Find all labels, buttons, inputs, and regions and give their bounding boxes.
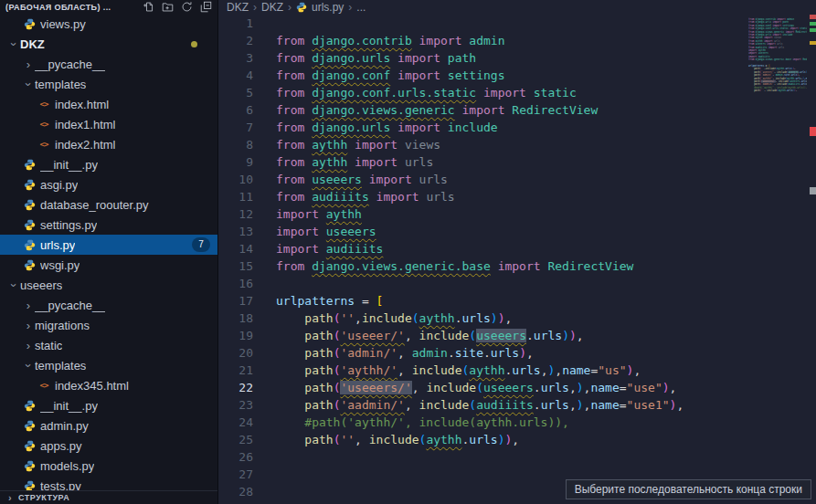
tree-folder-templates[interactable]: ›templates [0,74,217,94]
file-tree: views.py›DKZ›__pycache__›templates<>inde… [0,14,217,504]
minimap[interactable]: from django.contrib import adminfrom dja… [748,15,807,104]
line-number: 18 [218,310,253,327]
code-line-19[interactable]: 19 path('useeer/', include(useeers.urls)… [218,327,816,344]
code-line-4[interactable]: 4from django.conf import settings [218,67,816,84]
minimap-line: from django.views.generic.base import Re… [748,58,807,61]
code-line-25[interactable]: 25 path('', include(aythh.urls)), [218,431,816,448]
line-number: 4 [218,67,253,84]
tree-folder-__pycache__[interactable]: ›__pycache__ [0,54,217,74]
code-line-3[interactable]: 3from django.urls import path [218,49,816,67]
code-line-10[interactable]: 10from useeers import urls [218,171,816,188]
code-line-18[interactable]: 18 path('',include(aythh.urls)), [218,310,816,327]
code-line-17[interactable]: 17urlpatterns = [ [218,292,816,310]
tree-file-models.py[interactable]: models.py [0,456,217,476]
code-line-13[interactable]: 13import useeers [218,223,816,240]
py-file-icon [22,198,37,211]
item-label: __pycache__ [35,58,105,71]
tree-folder-DKZ[interactable]: ›DKZ [0,34,217,54]
code-line-22[interactable]: 22 path('useeers/', include(useeers.urls… [218,379,816,396]
tree-file-database_roouter.py[interactable]: database_roouter.py [0,194,217,215]
code-line-8[interactable]: 8from aythh import views [218,136,816,153]
line-content: from django.urls import include [253,119,498,136]
breadcrumb-item[interactable]: DKZ [227,1,249,14]
tree-file-__init__.py[interactable]: __init__.py [0,154,217,174]
outline-section-header[interactable]: › СТРУКТУРА [0,490,217,504]
tree-file-settings.py[interactable]: settings.py [0,215,217,235]
item-label: templates [35,359,86,373]
tree-file-urls.py[interactable]: urls.py7 [0,235,217,255]
code-line-16[interactable]: 16 [218,275,816,292]
collapse-all-icon[interactable] [197,0,214,14]
tree-folder-migrations[interactable]: ›migrations [0,315,217,335]
py-file-icon [22,399,37,412]
code-area[interactable]: 12from django.contrib import admin3from … [218,15,816,504]
tree-file-__init__.py[interactable]: __init__.py [0,395,217,415]
overview-ruler [810,0,816,504]
tree-folder-static[interactable]: ›static [0,335,217,355]
tooltip-text: Выберите последовательность конца строки [575,483,802,496]
breadcrumb: DKZ›DKZ›urls.py›... [218,0,816,15]
code-line-5[interactable]: 5from django.conf.urls.static import sta… [218,84,816,101]
tree-file-index.html[interactable]: <>index.html [0,94,217,114]
breadcrumb-item[interactable]: DKZ [261,1,283,14]
code-line-12[interactable]: 12import aythh [218,205,816,223]
code-line-14[interactable]: 14import audiiits [218,240,816,257]
tree-file-asgi.py[interactable]: asgi.py [0,174,217,194]
code-line-21[interactable]: 21 path('aythh/', include(aythh.urls,),n… [218,362,816,379]
chevron-down-icon: › [7,278,21,291]
code-line-2[interactable]: 2from django.contrib import admin [218,32,816,49]
breadcrumb-item[interactable]: urls.py [312,1,344,14]
tree-folder-__pycache__[interactable]: ›__pycache__ [0,295,217,315]
line-content: import aythh [253,205,362,223]
tree-folder-templates[interactable]: ›templates [0,355,217,375]
tree-folder-useeers[interactable]: ›useeers [0,275,217,295]
line-content: from aythh import urls [253,153,433,171]
code-line-11[interactable]: 11from audiiits import urls [218,188,816,205]
breadcrumb-item[interactable]: ... [356,1,366,14]
line-content: path('', include(aythh.urls)), [253,431,519,448]
code-line-6[interactable]: 6from django.views.generic import Redire… [218,101,816,119]
code-line-9[interactable]: 9from aythh import urls [218,153,816,171]
item-label: templates [35,78,86,91]
tree-file-wsgi.py[interactable]: wsgi.py [0,255,217,275]
new-file-icon[interactable] [140,0,156,14]
item-label: database_roouter.py [40,198,149,212]
line-content [253,15,276,32]
tree-file-index2.html[interactable]: <>index2.html [0,134,217,154]
line-number: 9 [218,153,253,171]
minimap-content: from django.contrib import adminfrom dja… [748,15,807,101]
line-content [253,483,276,500]
code-line-24[interactable]: 24 #path('aythh/', include(aythh.urls)), [218,414,816,431]
code-line-20[interactable]: 20 path('admin/', admin.site.urls), [218,344,816,362]
new-folder-icon[interactable] [159,0,175,14]
chevron-down-icon: › [7,37,21,50]
ruler-mark [810,127,816,136]
line-number: 10 [218,171,253,188]
line-content: path('aadmin/', include(audiiits.urls,),… [253,396,684,414]
code-line-23[interactable]: 23 path('aadmin/', include(audiiits.urls… [218,396,816,414]
tree-file-index345.html[interactable]: <>index345.html [0,375,217,395]
editor-pane: DKZ›DKZ›urls.py›... 12from django.contri… [218,0,816,504]
line-content [253,466,276,483]
line-number: 3 [218,49,253,67]
item-label: migrations [35,319,90,332]
line-number: 19 [218,327,253,344]
code-line-15[interactable]: 15from django.views.generic.base import … [218,257,816,275]
line-content: #path('aythh/', include(aythh.urls)), [253,414,569,431]
item-label: urls.py [40,238,75,252]
tree-file-admin.py[interactable]: admin.py [0,415,217,436]
chevron-right-icon: › [22,339,35,352]
tree-file-views.py[interactable]: views.py [0,14,217,34]
tree-file-apps.py[interactable]: apps.py [0,436,217,456]
code-line-1[interactable]: 1 [218,15,816,32]
item-label: views.py [40,17,86,31]
explorer-section-header[interactable]: (РАБОЧАЯ ОБЛАСТЬ) ... [0,0,217,14]
py-file-icon [22,459,37,472]
line-number: 21 [218,362,253,379]
refresh-icon[interactable] [178,0,195,14]
tree-file-index1.html[interactable]: <>index1.html [0,114,217,134]
line-content [253,448,276,466]
code-line-7[interactable]: 7from django.urls import include [218,119,816,136]
code-line-26[interactable]: 26 [218,448,816,466]
line-content: import useeers [253,223,376,240]
